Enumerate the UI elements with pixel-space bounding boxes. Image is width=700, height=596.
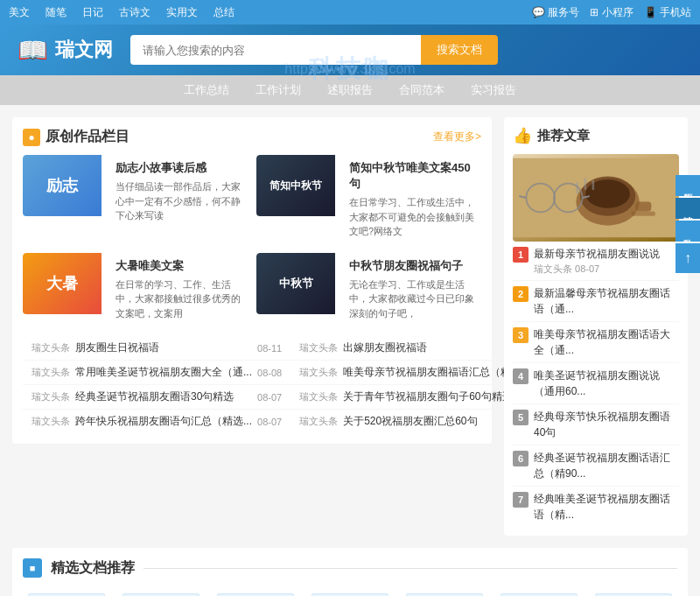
docs-icon: ■ [23,558,42,578]
recommend-title: 👍 推荐文章 [513,126,679,145]
doc-card-2[interactable]: W [212,588,299,596]
rank-3: 3 [513,327,528,343]
nav-suibi[interactable]: 随笔 [46,5,66,20]
feature-card-0[interactable]: 励志 励志小故事读后感 当仔细品读一部作品后，大家心中一定有不少感悟，何不静下心… [23,155,248,244]
nav-fuwuhao[interactable]: 💬 服务号 [532,5,579,20]
list-title: 经典圣诞节祝福朋友圈语30句精选 [75,389,252,404]
search-bar: 搜索文档 [130,35,498,65]
feature-card-desc-2: 在日常的学习、工作、生活中，大家都接触过很多优秀的文案吧，文案用 [116,277,241,321]
original-title-left: ● 原创作品栏目 [23,128,130,146]
list-item-2-left[interactable]: 瑞文头条 经典圣诞节祝福朋友圈语30句精选 08-07 [23,385,290,410]
nav-zongjie[interactable]: 总结 [214,5,234,20]
doc-card-6[interactable]: W [590,588,677,596]
list-title: 跨年快乐祝福朋友圈语句汇总（精选... [75,414,252,429]
list-source: 瑞文头条 [299,341,338,354]
original-section-title: ● 原创作品栏目 查看更多> [23,128,481,146]
feature-card-1[interactable]: 简知中秋节 简知中秋节唯美文案450句 在日常学习、工作或生活中，大家都不可避免… [256,155,481,244]
list-source: 瑞文头条 [32,366,70,379]
svg-rect-5 [632,211,655,215]
recommend-section: 👍 推荐文章 [504,117,688,536]
doc-card-4[interactable]: W [401,588,488,596]
doc-card-0[interactable]: W [23,588,110,596]
recommend-source-0: 瑞文头条 08-07 [534,263,679,276]
list-date: 08-07 [257,392,282,403]
feature-card-2[interactable]: 大暑 大暑唯美文案 在日常的学习、工作、生活中，大家都接触过很多优秀的文案吧，文… [23,253,248,326]
feature-img-3: 中秋节 [256,253,335,314]
feature-card-desc-1: 在日常学习、工作或生活中，大家都不可避免的会接触到美文吧?网络文 [349,195,474,239]
feature-img-2: 大暑 [23,253,102,314]
top-nav: 美文 随笔 日记 古诗文 实用文 总结 💬 服务号 ⊞ 小程序 📱 手机站 [0,0,700,25]
doc-grid: W W [23,588,677,596]
sidebar-jingxuan[interactable]: 精选文档 [676,198,700,219]
subnav-shuzhibaogao[interactable]: 述职报告 [327,82,373,98]
nav-gushiwen[interactable]: 古诗文 [119,5,150,20]
sidebar-yuanchuang[interactable]: 原创作品 [676,175,700,196]
search-button[interactable]: 搜索文档 [421,35,498,65]
recommend-icon: 👍 [513,126,532,145]
recommend-item-1[interactable]: 2 最新温馨母亲节祝福朋友圈话语（通... [513,281,679,322]
list-item-0-left[interactable]: 瑞文头条 朋友圈生日祝福语 08-11 [23,336,290,361]
original-more[interactable]: 查看更多> [433,130,481,144]
recommend-item-title-4: 经典母亲节快乐祝福朋友圈语40句 [534,409,679,440]
recommend-item-5[interactable]: 6 经典圣诞节祝福朋友圈话语汇总（精90... [513,445,679,487]
nav-riji[interactable]: 日记 [82,5,103,20]
feature-card-title-1: 简知中秋节唯美文案450句 [349,160,474,192]
docs-panel: ■ 精选文档推荐 W [12,548,688,596]
list-date: 08-11 [257,343,282,354]
recommend-item-title-6: 经典唯美圣诞节祝福朋友圈话语（精... [534,491,679,522]
left-panel: ● 原创作品栏目 查看更多> 励志 励志小故事读后感 当仔细品读一部作品后，大家… [12,117,492,536]
list-grid: 瑞文头条 朋友圈生日祝福语 08-11 瑞文头条 常用唯美圣诞节祝福朋友圈大全（… [23,336,481,433]
subnav-shixibaogao[interactable]: 实习报告 [471,82,516,98]
sidebar-scroll-up[interactable]: ↑ [676,243,700,273]
recommend-image [513,154,679,242]
logo[interactable]: 📖 瑞文网 [18,36,113,65]
list-item-1-left[interactable]: 瑞文头条 常用唯美圣诞节祝福朋友圈大全（通... 08-08 [23,361,290,385]
nav-xiaochengxu[interactable]: ⊞ 小程序 [590,5,633,20]
feature-img-0: 励志 [23,155,102,216]
header: 📖 瑞文网 搜索文档 科技咖 https://www.3kjs.com [0,25,700,75]
original-icon: ● [23,129,40,146]
recommend-item-4[interactable]: 5 经典母亲节快乐祝福朋友圈语40句 [513,404,679,445]
recommend-item-6[interactable]: 7 经典唯美圣诞节祝福朋友圈话语（精... [513,487,679,527]
recommend-item-title-0: 最新母亲节祝福朋友圈说说 [534,246,679,262]
nav-shoujizhan[interactable]: 📱 手机站 [644,5,691,20]
subnav-gongzuozongjie[interactable]: 工作总结 [184,82,229,98]
doc-card-5[interactable]: W [495,588,583,596]
sidebar-meiwenxinshang[interactable]: 美文欣赏 [676,221,700,242]
recommend-item-title-3: 唯美圣诞节祝福朋友圈说说（通用60... [534,368,679,399]
feature-card-text-3: 中秋节朋友圈祝福句子 无论在学习、工作或是生活中，大家都收藏过今日已印象深刻的句… [342,253,481,326]
recommend-item-2[interactable]: 3 唯美母亲节祝福朋友圈话语大全（通... [513,322,679,363]
rank-7: 7 [513,492,528,508]
doc-card-3[interactable]: W [306,588,394,596]
logo-icon: 📖 [18,36,48,65]
search-input[interactable] [130,35,421,65]
docs-section-header: ■ 精选文档推荐 [23,558,677,578]
right-panel: 👍 推荐文章 [504,117,688,536]
feature-card-3[interactable]: 中秋节 中秋节朋友圈祝福句子 无论在学习、工作或是生活中，大家都收藏过今日已印象… [256,253,481,326]
list-title: 常用唯美圣诞节祝福朋友圈大全（通... [75,365,252,380]
list-source: 瑞文头条 [32,390,70,403]
original-section: ● 原创作品栏目 查看更多> 励志 励志小故事读后感 当仔细品读一部作品后，大家… [12,117,492,444]
recommend-item-title-1: 最新温馨母亲节祝福朋友圈话语（通... [534,285,679,317]
top-nav-links: 美文 随笔 日记 古诗文 实用文 总结 [9,5,532,20]
recommend-item-0[interactable]: 1 最新母亲节祝福朋友圈说说 瑞文头条 08-07 [513,242,679,281]
feature-card-desc-0: 当仔细品读一部作品后，大家心中一定有不少感悟，何不静下心来写读 [116,179,241,223]
svg-rect-8 [592,180,594,190]
main-content: ● 原创作品栏目 查看更多> 励志 励志小故事读后感 当仔细品读一部作品后，大家… [0,105,700,548]
subnav-gongzuojihua[interactable]: 工作计划 [256,82,301,98]
recommend-item-3[interactable]: 4 唯美圣诞节祝福朋友圈说说（通用60... [513,363,679,404]
logo-text: 瑞文网 [55,37,113,63]
feature-card-text-1: 简知中秋节唯美文案450句 在日常学习、工作或生活中，大家都不可避免的会接触到美… [342,155,481,244]
recommend-title-text: 推荐文章 [537,128,590,144]
top-nav-right: 💬 服务号 ⊞ 小程序 📱 手机站 [532,5,691,20]
rank-1: 1 [513,247,528,263]
subnav-hetongfanben[interactable]: 合同范本 [399,82,444,98]
doc-card-1[interactable]: W [117,588,205,596]
rank-2: 2 [513,286,528,302]
list-item-3-left[interactable]: 瑞文头条 跨年快乐祝福朋友圈语句汇总（精选... 08-07 [23,410,290,433]
nav-shiyongwen[interactable]: 实用文 [166,5,198,20]
list-source: 瑞文头条 [32,341,70,354]
sub-nav: 工作总结 工作计划 述职报告 合同范本 实习报告 [0,75,700,105]
nav-meiwen[interactable]: 美文 [9,5,30,20]
rank-4: 4 [513,368,528,384]
